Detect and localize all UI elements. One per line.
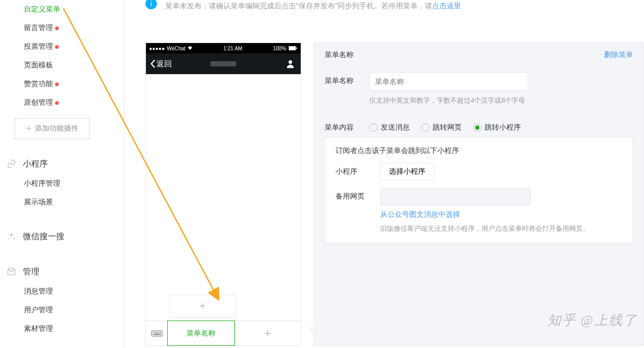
menu-name-label: 菜单名称 bbox=[325, 72, 369, 86]
clock-label: 1:21 AM bbox=[223, 46, 243, 51]
phone-back-button[interactable]: 返回 bbox=[150, 59, 172, 69]
notice-text: 菜单未发布，请确认菜单编辑完成后点击"保存并发布"同步到手机。若停用菜单，请点击… bbox=[165, 0, 461, 11]
add-plugin-button[interactable]: + 添加功能插件 bbox=[15, 118, 90, 139]
delete-menu-button[interactable]: 删除菜单 bbox=[604, 50, 633, 60]
link-icon bbox=[6, 159, 17, 169]
carrier-label: WeChat bbox=[167, 46, 185, 51]
menu-slot-1[interactable]: 菜单名称 bbox=[167, 321, 235, 346]
info-icon: i bbox=[145, 0, 157, 9]
miniapp-label: 小程序 bbox=[336, 167, 380, 176]
svg-point-11 bbox=[153, 334, 153, 335]
svg-point-7 bbox=[154, 332, 155, 333]
radio-jump-miniapp[interactable]: 跳转小程序 bbox=[473, 123, 521, 132]
sidebar-item-comments[interactable]: 留言管理 bbox=[0, 19, 124, 37]
subpanel-desc: 订阅者点击该子菜单会跳到以下小程序 bbox=[336, 146, 622, 156]
sidebar-sub-miniapp-manage[interactable]: 小程序管理 bbox=[0, 174, 124, 193]
sidebar-item-label: 赞赏功能 bbox=[24, 79, 53, 89]
battery-icon bbox=[288, 46, 298, 50]
radio-checked-icon bbox=[473, 123, 481, 132]
sidebar-group-miniapp[interactable]: 小程序 bbox=[0, 154, 124, 174]
sidebar-item-original[interactable]: 原创管理 bbox=[0, 93, 124, 112]
sidebar-sub-messages[interactable]: 消息管理 bbox=[0, 282, 124, 301]
radio-icon bbox=[421, 123, 430, 132]
notice-bar: i 菜单未发布，请确认菜单编辑完成后点击"保存并发布"同步到手机。若停用菜单，请… bbox=[145, 0, 644, 17]
user-icon[interactable] bbox=[285, 59, 296, 69]
sidebar-item-votes[interactable]: 投票管理 bbox=[0, 37, 124, 56]
svg-point-10 bbox=[160, 332, 160, 333]
keyboard-icon bbox=[151, 329, 163, 338]
radio-icon bbox=[369, 123, 378, 132]
sidebar-group-manage[interactable]: 管理 bbox=[0, 261, 124, 282]
add-submenu-button[interactable]: + bbox=[169, 295, 236, 318]
main-content: i 菜单未发布，请确认菜单编辑完成后点击"保存并发布"同步到手机。若停用菜单，请… bbox=[145, 0, 644, 348]
phone-nav-bar: 返回 bbox=[146, 53, 301, 74]
sidebar-item-label: 原创管理 bbox=[24, 98, 53, 107]
sidebar: 自定义菜单 留言管理 投票管理 页面模板 赞赏功能 原创管理 + 添加功能插件 … bbox=[0, 0, 125, 348]
svg-point-13 bbox=[160, 334, 160, 335]
panel-title: 菜单名称 bbox=[325, 50, 354, 60]
phone-status-bar: ●●●●● WeChat 1:21 AM 100% bbox=[146, 43, 301, 53]
notification-dot-icon bbox=[55, 26, 59, 30]
sidebar-group-title: 微信搜一搜 bbox=[23, 231, 64, 242]
svg-rect-3 bbox=[296, 48, 297, 49]
signal-icon: ●●●●● bbox=[149, 46, 165, 51]
sidebar-group-title: 管理 bbox=[23, 267, 39, 277]
fallback-url-input[interactable] bbox=[380, 188, 531, 205]
wifi-icon bbox=[187, 46, 193, 50]
fallback-label: 备用网页 bbox=[336, 192, 380, 201]
sidebar-item-label: 自定义菜单 bbox=[24, 5, 60, 14]
sidebar-item-appreciate[interactable]: 赞赏功能 bbox=[0, 75, 124, 93]
phone-body: + bbox=[146, 74, 301, 321]
add-plugin-label: 添加功能插件 bbox=[35, 124, 78, 133]
sidebar-sub-materials[interactable]: 素材管理 bbox=[0, 319, 124, 338]
notice-link[interactable]: 点击这里 bbox=[432, 2, 461, 10]
svg-rect-2 bbox=[289, 46, 296, 50]
menu-name-hint: 仅支持中英文和数字，字数不超过4个汉字或8个字母 bbox=[369, 96, 633, 105]
plus-icon: + bbox=[199, 300, 206, 312]
sidebar-sub-users[interactable]: 用户管理 bbox=[0, 301, 124, 319]
sidebar-item-templates[interactable]: 页面模板 bbox=[0, 56, 124, 75]
svg-point-0 bbox=[14, 238, 15, 239]
svg-rect-12 bbox=[154, 334, 158, 335]
sidebar-item-label: 页面模板 bbox=[24, 61, 53, 70]
keyboard-toggle-button[interactable] bbox=[146, 321, 168, 345]
plus-icon: + bbox=[26, 124, 32, 133]
radio-jump-web[interactable]: 跳转网页 bbox=[421, 123, 462, 132]
sidebar-group-search[interactable]: 微信搜一搜 bbox=[0, 226, 124, 247]
sidebar-sub-miniapp-scene[interactable]: 展示场景 bbox=[0, 193, 124, 212]
battery-label: 100% bbox=[273, 46, 286, 51]
svg-point-9 bbox=[158, 332, 158, 333]
chevron-left-icon bbox=[150, 59, 156, 68]
select-miniapp-button[interactable]: 选择小程序 bbox=[380, 163, 434, 180]
phone-menu-bar: 菜单名称 + bbox=[146, 321, 301, 345]
svg-point-8 bbox=[156, 332, 157, 333]
select-from-articles-link[interactable]: 从公众号图文消息中选择 bbox=[380, 210, 460, 218]
sidebar-item-label: 投票管理 bbox=[24, 42, 53, 51]
svg-point-4 bbox=[289, 61, 292, 64]
inbox-icon bbox=[6, 267, 17, 277]
svg-point-1 bbox=[8, 238, 9, 239]
menu-slot-add[interactable]: + bbox=[235, 321, 301, 345]
phone-title-placeholder bbox=[210, 61, 236, 66]
fallback-hint: 旧版微信客户端无法支持小程序，用户点击菜单时将会打开备用网页。 bbox=[380, 224, 603, 234]
svg-rect-5 bbox=[151, 331, 162, 336]
notification-dot-icon bbox=[55, 45, 59, 49]
menu-slot-label: 菜单名称 bbox=[186, 329, 216, 338]
notification-dot-icon bbox=[55, 101, 59, 105]
sidebar-item-label: 留言管理 bbox=[24, 23, 53, 33]
menu-content-label: 菜单内容 bbox=[325, 119, 369, 132]
sidebar-group-title: 小程序 bbox=[23, 159, 48, 170]
miniapp-sub-panel: 订阅者点击该子菜单会跳到以下小程序 小程序 选择小程序 备用网页 从公众号图文消… bbox=[325, 137, 633, 243]
plus-icon: + bbox=[264, 327, 271, 340]
phone-preview: ●●●●● WeChat 1:21 AM 100% bbox=[145, 43, 301, 346]
sidebar-item-custom-menu[interactable]: 自定义菜单 bbox=[0, 0, 124, 19]
menu-settings-panel: 菜单名称 删除菜单 菜单名称 仅支持中英文和数字，字数不超过4个汉字或8个字母 … bbox=[314, 43, 644, 346]
radio-send-message[interactable]: 发送消息 bbox=[369, 123, 410, 132]
notification-dot-icon bbox=[55, 82, 59, 86]
sparkle-icon bbox=[6, 231, 17, 242]
menu-name-input[interactable] bbox=[369, 72, 528, 91]
svg-point-6 bbox=[153, 332, 153, 333]
